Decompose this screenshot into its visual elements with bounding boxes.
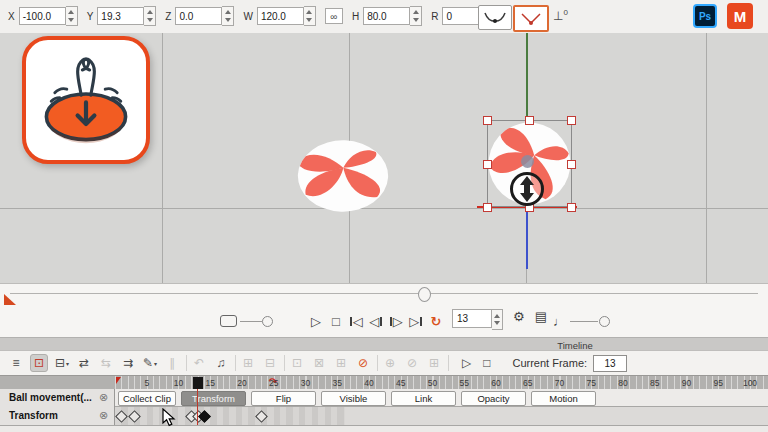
insert-frames-icon[interactable]: ⊞ — [240, 355, 256, 371]
relative-keyframing-icon[interactable]: ⇄ — [76, 355, 92, 371]
smooth-interpolation-button[interactable] — [478, 5, 512, 30]
timeline-panel-header[interactable]: Timeline — [0, 337, 768, 351]
keyframe-diamond[interactable] — [115, 410, 128, 423]
field-stepper[interactable] — [410, 6, 422, 26]
animation-canvas[interactable] — [0, 33, 768, 283]
keyframe-track[interactable] — [115, 407, 345, 425]
jump-logo-icon — [26, 40, 146, 160]
stepper-up-icon[interactable] — [494, 314, 500, 318]
additive-cycles-icon[interactable]: ⇆ — [98, 355, 114, 371]
zoom-in-timeline-icon[interactable]: ⊕ — [382, 355, 398, 371]
collapse-channel-icon[interactable]: ⊗ — [99, 391, 108, 404]
channel-label-cell[interactable]: Transform ⊗ — [0, 407, 115, 425]
channel-button-link[interactable]: Link — [391, 391, 456, 406]
canvas-scrollbar-knob[interactable] — [418, 287, 431, 302]
playback-frame-field[interactable]: 13 — [452, 309, 492, 328]
canvas-scrollbar-track[interactable] — [10, 293, 758, 294]
linear-interpolation-button[interactable] — [513, 5, 549, 32]
stepper-down-icon[interactable] — [494, 321, 500, 325]
stepper-up-icon[interactable] — [68, 10, 74, 14]
selection-handle-top-center[interactable] — [525, 116, 534, 125]
channel-button-motion[interactable]: Motion — [531, 391, 596, 406]
stepper-down-icon[interactable] — [68, 18, 74, 22]
photoshop-app-icon[interactable]: Ps — [693, 4, 717, 28]
stepper-up-icon[interactable] — [147, 10, 153, 14]
edit-keys-icon[interactable]: ✎▾ — [142, 355, 158, 371]
dropdown-arrow-icon[interactable]: ▾ — [66, 360, 69, 367]
reset-rotation-button[interactable]: ⊥0 — [553, 8, 568, 23]
selection-handle-bottom-left[interactable] — [483, 203, 492, 212]
stepper-down-icon[interactable] — [225, 18, 231, 22]
selection-handle-bottom-right[interactable] — [567, 203, 576, 212]
remove-frames-icon[interactable]: ⊟ — [262, 355, 278, 371]
channel-button-collect-clip[interactable]: Collect Clip — [118, 391, 176, 406]
channel-list-icon[interactable]: ≡ — [8, 355, 24, 371]
collapse-channel-icon[interactable]: ⊗ — [99, 409, 108, 422]
field-label: R — [431, 11, 438, 22]
speech-bubble-icon[interactable] — [220, 315, 237, 327]
field-stepper[interactable] — [66, 6, 78, 26]
stepper-down-icon[interactable] — [306, 18, 312, 22]
layer-origin-dot[interactable] — [521, 155, 534, 168]
field-stepper[interactable] — [144, 6, 156, 26]
field-input[interactable]: 0.0 — [175, 7, 222, 25]
selection-handle-middle-right[interactable] — [567, 160, 576, 169]
channel-button-flip[interactable]: Flip — [251, 391, 316, 406]
move-vertical-widget[interactable] — [509, 171, 545, 207]
playback-frame-stepper[interactable] — [492, 309, 503, 330]
channel-button-opacity[interactable]: Opacity — [461, 391, 526, 406]
selection-handle-top-left[interactable] — [483, 116, 492, 125]
stepper-up-icon[interactable] — [225, 10, 231, 14]
moho-app-icon[interactable]: M — [727, 3, 753, 29]
selection-handle-top-right[interactable] — [567, 116, 576, 125]
paste-frames-icon[interactable]: ⊞ — [333, 355, 349, 371]
stepper-up-icon[interactable] — [306, 10, 312, 14]
loop-button[interactable]: ↻ — [426, 310, 446, 332]
field-stepper[interactable] — [222, 6, 234, 26]
gear-icon[interactable]: ⚙ — [513, 309, 525, 330]
playhead-line[interactable] — [197, 389, 199, 425]
current-frame-field[interactable]: 13 — [593, 355, 627, 372]
show-clips-icon[interactable]: ∥ — [164, 355, 180, 371]
bubble-slider-knob[interactable] — [262, 316, 273, 327]
reset-keys-icon[interactable]: ↶ — [191, 355, 207, 371]
jump-to-start-button[interactable]: ◁ — [346, 310, 366, 332]
keyframe-diamond[interactable] — [255, 410, 268, 423]
field-input[interactable]: 120.0 — [257, 7, 304, 25]
play-button[interactable]: ▷ — [306, 310, 326, 332]
zoom-fit-timeline-icon[interactable]: ⊞ — [426, 355, 442, 371]
timeline-play-button[interactable]: ▷ — [462, 356, 471, 370]
stepper-down-icon[interactable] — [413, 18, 419, 22]
channel-button-visible[interactable]: Visible — [321, 391, 386, 406]
zoom-out-timeline-icon[interactable]: ⊘ — [404, 355, 420, 371]
field-value: 0.0 — [179, 11, 193, 22]
stop-button[interactable]: □ — [326, 310, 346, 332]
timeline-stop-button[interactable]: □ — [483, 356, 490, 370]
field-input[interactable]: 19.3 — [97, 7, 144, 25]
field-input[interactable]: -100.0 — [19, 7, 66, 25]
stepper-down-icon[interactable] — [147, 18, 153, 22]
field-stepper[interactable] — [304, 6, 316, 26]
cut-frames-icon[interactable]: ⊠ — [311, 355, 327, 371]
channel-button-transform[interactable]: Transform — [181, 391, 246, 406]
layer-channels-icon[interactable]: ⊡ — [30, 354, 48, 372]
copy-frames-icon[interactable]: ⊡ — [289, 355, 305, 371]
clear-animation-icon[interactable]: ⊘ — [355, 355, 371, 371]
consolidate-channels-icon[interactable]: ⊟▾ — [54, 355, 70, 371]
link-dimensions-icon[interactable]: ∞ — [325, 8, 343, 24]
panel-options-icon[interactable]: ▤ — [535, 309, 547, 330]
stepper-up-icon[interactable] — [413, 10, 419, 14]
audio-sync-icon[interactable]: ♫ — [213, 355, 229, 371]
autoscroll-icon[interactable]: ⇉ — [120, 355, 136, 371]
step-back-button[interactable]: ◁ — [366, 310, 386, 332]
selection-handle-middle-left[interactable] — [483, 160, 492, 169]
field-input[interactable]: 80.0 — [363, 7, 410, 25]
step-forward-button[interactable]: ▷ — [386, 310, 406, 332]
jump-to-end-button[interactable]: ▷ — [406, 310, 426, 332]
layer-z-axis-line — [526, 207, 528, 269]
keyframe-diamond[interactable] — [128, 410, 141, 423]
timeline-ruler[interactable]: ↷ 51015202530354045505560657075808590951… — [0, 375, 768, 389]
layer-label-cell[interactable]: Ball movement(... ⊗ — [0, 389, 115, 407]
dropdown-arrow-icon[interactable]: ▾ — [154, 360, 157, 367]
volume-slider-knob[interactable] — [599, 316, 610, 327]
